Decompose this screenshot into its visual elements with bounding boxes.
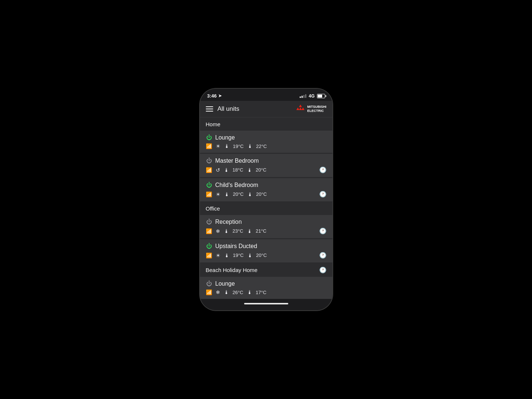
signal-bar-2 — [302, 96, 303, 98]
actual-temp-icon-beach-lounge: 🌡 — [247, 289, 252, 295]
group-header-office: Office — [200, 202, 332, 215]
power-icon-upstairs-ducted: ⏻ — [206, 243, 212, 250]
group-name-home: Home — [206, 121, 221, 127]
device-row-master-bedroom[interactable]: ⏻ Master Bedroom 📶 ↺ 🌡 18°C 🌡 20°C 🕐 — [200, 154, 332, 177]
set-temp-icon-childs-bedroom: 🌡 — [224, 191, 229, 197]
set-temp-master-bedroom: 18°C — [233, 167, 243, 173]
actual-temp-icon-reception: 🌡 — [247, 228, 252, 234]
device-name-childs-bedroom: Child's Bedroom — [215, 182, 258, 188]
hamburger-line-1 — [206, 106, 213, 107]
content: Home ⏻ Lounge 📶 ☀ 🌡 19°C 🌡 22°C ⏻ Ma — [200, 117, 332, 299]
device-name-reception: Reception — [215, 219, 242, 225]
set-temp-icon-upstairs-ducted: 🌡 — [224, 253, 229, 258]
home-bar — [244, 303, 288, 304]
actual-temp-childs-bedroom: 20°C — [256, 191, 267, 197]
actual-temp-icon-upstairs-ducted: 🌡 — [247, 253, 253, 258]
device-row-reception[interactable]: ⏻ Reception 📶 ❄ 🌡 23°C 🌡 21°C 🕐 — [200, 215, 332, 238]
nav-title: All units — [218, 105, 291, 113]
signal-bar-4 — [305, 94, 306, 98]
group-name-beach: Beach Holiday Home — [206, 267, 258, 273]
battery-icon — [317, 94, 325, 98]
set-temp-upstairs-ducted: 19°C — [233, 253, 244, 258]
power-icon-beach-lounge: ⏻ — [206, 280, 212, 287]
mode-icon-lounge-home: ☀ — [216, 143, 221, 149]
power-icon-lounge-home: ⏻ — [206, 134, 212, 141]
set-temp-lounge-home: 19°C — [233, 144, 244, 149]
set-temp-beach-lounge: 26°C — [233, 290, 243, 295]
set-temp-icon-master-bedroom: 🌡 — [224, 167, 229, 173]
schedule-icon-beach-group: 🕐 — [319, 266, 327, 273]
mitsubishi-diamonds-icon — [295, 105, 306, 113]
home-indicator — [200, 299, 332, 310]
mode-icon-upstairs-ducted: ☀ — [216, 253, 221, 258]
wifi-icon-beach-lounge: 📶 — [206, 289, 212, 295]
signal-bar-1 — [300, 96, 301, 98]
mode-icon-master-bedroom: ↺ — [216, 167, 220, 173]
divider-2 — [200, 177, 332, 178]
device-name-upstairs-ducted: Upstairs Ducted — [215, 243, 257, 250]
group-name-office: Office — [206, 205, 220, 212]
wifi-icon-lounge-home: 📶 — [206, 143, 212, 149]
device-name-lounge-home: Lounge — [215, 134, 235, 141]
device-row-upstairs-ducted[interactable]: ⏻ Upstairs Ducted 📶 ☀ 🌡 19°C 🌡 20°C 🕐 — [200, 239, 332, 262]
schedule-icon-childs-bedroom: 🕐 — [319, 191, 327, 198]
schedule-icon-upstairs-ducted: 🕐 — [319, 252, 327, 259]
svg-marker-0 — [299, 105, 302, 107]
device-name-master-bedroom: Master Bedroom — [215, 158, 259, 164]
wifi-icon-childs-bedroom: 📶 — [206, 191, 212, 197]
svg-marker-3 — [302, 107, 304, 110]
set-temp-icon-beach-lounge: 🌡 — [224, 289, 229, 295]
actual-temp-upstairs-ducted: 20°C — [256, 253, 267, 258]
group-header-beach: Beach Holiday Home 🕐 — [200, 263, 332, 276]
set-temp-childs-bedroom: 20°C — [233, 191, 244, 197]
device-name-beach-lounge: Lounge — [215, 280, 235, 287]
device-row-lounge-home[interactable]: ⏻ Lounge 📶 ☀ 🌡 19°C 🌡 22°C — [200, 131, 332, 153]
set-temp-icon-lounge-home: 🌡 — [224, 143, 229, 149]
actual-temp-beach-lounge: 17°C — [256, 290, 267, 295]
wifi-icon-master-bedroom: 📶 — [206, 167, 212, 173]
mitsubishi-logo: MITSUBISHIELECTRIC — [295, 105, 326, 113]
divider-1 — [200, 153, 332, 153]
actual-temp-reception: 21°C — [256, 228, 267, 234]
hamburger-menu-button[interactable] — [206, 106, 213, 112]
wifi-icon-reception: 📶 — [206, 228, 212, 234]
mode-icon-beach-lounge: ❄ — [216, 289, 220, 295]
actual-temp-master-bedroom: 20°C — [256, 167, 267, 173]
power-icon-master-bedroom: ⏻ — [206, 158, 212, 164]
mode-icon-reception: ❄ — [216, 228, 220, 234]
actual-temp-icon-lounge-home: 🌡 — [247, 143, 253, 149]
status-time: 3:46 — [207, 93, 217, 99]
phone-frame: 3:46 ➤ 4G All units — [200, 89, 332, 310]
hamburger-line-2 — [206, 109, 213, 109]
signal-bars — [300, 94, 306, 98]
actual-temp-icon-childs-bedroom: 🌡 — [247, 191, 253, 197]
device-row-childs-bedroom[interactable]: ⏻ Child's Bedroom 📶 ☀ 🌡 20°C 🌡 20°C 🕐 — [200, 178, 332, 201]
set-temp-icon-reception: 🌡 — [224, 228, 229, 234]
network-type: 4G — [309, 93, 314, 99]
logo-text: MITSUBISHIELECTRIC — [307, 105, 326, 113]
location-icon: ➤ — [218, 93, 222, 98]
schedule-icon-master-bedroom: 🕐 — [319, 166, 327, 173]
nav-bar: All units MITSUBISHIELECTRIC — [200, 101, 332, 117]
actual-temp-lounge-home: 22°C — [256, 144, 267, 149]
wifi-icon-upstairs-ducted: 📶 — [206, 253, 212, 258]
signal-bar-3 — [303, 95, 304, 98]
divider-3 — [200, 239, 332, 239]
mode-icon-childs-bedroom: ☀ — [216, 191, 221, 197]
schedule-icon-reception: 🕐 — [319, 227, 327, 234]
svg-marker-2 — [296, 107, 299, 110]
battery-fill — [318, 95, 322, 98]
power-icon-childs-bedroom: ⏻ — [206, 182, 212, 188]
group-header-home: Home — [200, 117, 332, 130]
svg-marker-1 — [299, 107, 302, 110]
actual-temp-icon-master-bedroom: 🌡 — [247, 167, 252, 173]
hamburger-line-3 — [206, 111, 213, 112]
status-bar: 3:46 ➤ 4G — [200, 89, 332, 101]
device-row-beach-lounge[interactable]: ⏻ Lounge 📶 ❄ 🌡 26°C 🌡 17°C — [200, 277, 332, 299]
power-icon-reception: ⏻ — [206, 219, 212, 225]
set-temp-reception: 23°C — [233, 228, 243, 234]
